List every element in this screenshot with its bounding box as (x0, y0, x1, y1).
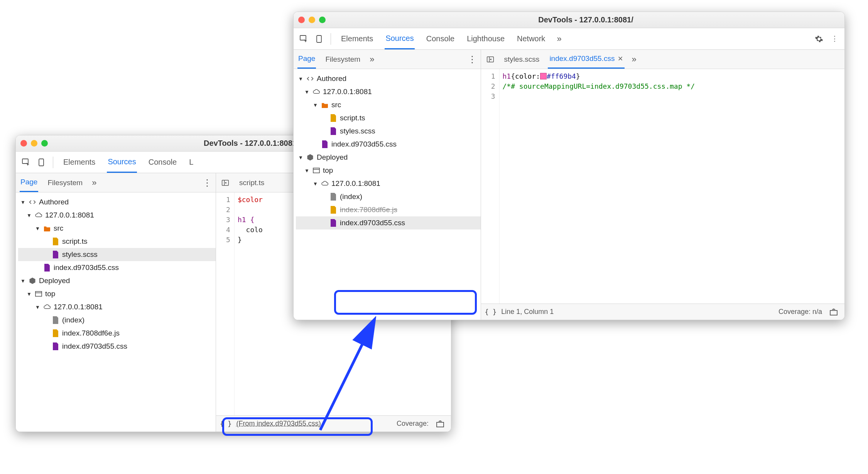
tree-stylesscss[interactable]: styles.scss (296, 125, 481, 138)
zoom-dot[interactable] (319, 17, 326, 23)
tree-indexjs[interactable]: index.7808df6e.js (296, 203, 481, 216)
tree-indexcss2[interactable]: index.d9703d55.css (18, 340, 216, 353)
svg-rect-7 (300, 35, 306, 40)
tree-index[interactable]: (index) (18, 314, 216, 327)
folder-icon (321, 101, 329, 109)
subtab-page[interactable]: Page (297, 50, 316, 69)
braces-icon[interactable]: { } (485, 308, 497, 316)
file-css-icon (51, 342, 60, 351)
panels: Page Filesystem » ⋮ ▼Authored ▼127.0.0.1… (294, 50, 844, 320)
tree-authored[interactable]: ▼Authored (296, 72, 481, 85)
tab-elements[interactable]: Elements (62, 152, 96, 172)
tree-authored[interactable]: ▼Authored (18, 196, 216, 209)
divider (53, 157, 53, 168)
tab-network[interactable]: Network (516, 29, 546, 49)
kebab-icon[interactable]: ⋮ (827, 32, 841, 46)
overflow-icon[interactable]: » (632, 54, 636, 64)
overflow-icon[interactable]: » (557, 34, 561, 44)
box-icon (306, 153, 314, 162)
file-js-icon (51, 329, 60, 337)
close-dot[interactable] (298, 17, 305, 23)
tree-src[interactable]: ▼src (296, 98, 481, 111)
box-icon (28, 277, 37, 285)
tree-top[interactable]: ▼top (296, 164, 481, 177)
file-tabs: styles.scss index.d9703d55.css✕ » (481, 50, 844, 69)
tab-sources[interactable]: Sources (107, 152, 137, 173)
cloud-icon (321, 179, 329, 188)
tab-cutoff[interactable]: L (188, 152, 194, 172)
tree-stylesscss[interactable]: styles.scss (18, 248, 216, 261)
gutter: 1 2 3 4 5 (216, 192, 235, 415)
divider (331, 33, 331, 45)
tree-host2[interactable]: ▼127.0.0.1:8081 (18, 300, 216, 314)
tab-lighthouse[interactable]: Lighthouse (466, 29, 505, 49)
filetab-stylesscss[interactable]: styles.scss (503, 51, 541, 68)
gutter: 1 2 3 (481, 69, 500, 304)
tree-host[interactable]: ▼127.0.0.1:8081 (18, 209, 216, 222)
overflow-icon[interactable]: » (370, 54, 374, 64)
kebab-icon[interactable]: ⋮ (468, 54, 477, 65)
tab-elements[interactable]: Elements (340, 29, 374, 49)
tree-indexcss2[interactable]: index.d9703d55.css (296, 216, 481, 229)
file-js-icon (329, 206, 338, 214)
zoom-dot[interactable] (41, 140, 48, 147)
device-icon[interactable] (312, 32, 326, 46)
tree-deployed[interactable]: ▼Deployed (296, 151, 481, 164)
tab-console[interactable]: Console (148, 152, 177, 172)
tree-scriptts[interactable]: script.ts (18, 235, 216, 248)
code-icon (306, 74, 314, 83)
main-tabs: Elements Sources Console Lighthouse Netw… (336, 29, 811, 49)
device-icon[interactable] (34, 155, 48, 169)
gear-icon[interactable] (812, 32, 826, 46)
folder-icon (43, 224, 51, 233)
file-icon (51, 316, 60, 324)
file-tree: ▼Authored ▼127.0.0.1:8081 ▼src script.ts… (294, 69, 481, 320)
minimize-dot[interactable] (309, 17, 315, 23)
inspect-icon[interactable] (19, 155, 33, 169)
tree-indexcss[interactable]: index.d9703d55.css (18, 261, 216, 274)
close-dot[interactable] (20, 140, 27, 147)
file-scss-icon (51, 250, 60, 259)
file-ts-icon (51, 237, 60, 246)
status-from[interactable]: (From index.d9703d55.css) (236, 420, 321, 428)
tab-console[interactable]: Console (426, 29, 455, 49)
tree-indexcss[interactable]: index.d9703d55.css (296, 138, 481, 151)
kebab-icon[interactable]: ⋮ (203, 177, 212, 188)
subtab-filesystem[interactable]: Filesystem (324, 51, 361, 68)
drawer-icon[interactable] (827, 305, 841, 319)
tree-top[interactable]: ▼top (18, 287, 216, 300)
code-icon (28, 198, 37, 206)
close-icon[interactable]: ✕ (618, 55, 623, 63)
minimize-dot[interactable] (31, 140, 37, 147)
drawer-icon[interactable] (433, 417, 447, 431)
file-ts-icon (329, 114, 338, 122)
tree-host2[interactable]: ▼127.0.0.1:8081 (296, 177, 481, 190)
tab-sources[interactable]: Sources (385, 29, 414, 49)
tree-host[interactable]: ▼127.0.0.1:8081 (296, 85, 481, 98)
filetab-scriptts[interactable]: script.ts (238, 174, 266, 192)
code[interactable]: h1{color:#ff69b4} /*# sourceMappingURL=i… (500, 69, 844, 304)
nav-toggle-icon[interactable] (485, 52, 496, 66)
inspect-icon[interactable] (297, 32, 311, 46)
svg-rect-2 (35, 292, 42, 297)
tree-scriptts[interactable]: script.ts (296, 111, 481, 125)
navigator-tabs: Page Filesystem » ⋮ (294, 50, 481, 69)
nav-toggle-icon[interactable] (220, 176, 231, 190)
overflow-icon[interactable]: » (92, 178, 96, 188)
color-swatch[interactable] (540, 73, 547, 79)
file-css-icon (321, 140, 329, 148)
braces-icon[interactable]: { } (220, 420, 232, 428)
titlebar: DevTools - 127.0.0.1:8081/ (294, 12, 844, 28)
subtab-page[interactable]: Page (20, 173, 38, 192)
tree-index[interactable]: (index) (296, 190, 481, 203)
frame-icon (34, 290, 43, 298)
svg-rect-9 (313, 168, 319, 173)
statusbar: { } (From index.d9703d55.css) Coverage: (216, 415, 451, 432)
tree-deployed[interactable]: ▼Deployed (18, 274, 216, 287)
subtab-filesystem[interactable]: Filesystem (47, 174, 83, 192)
svg-rect-1 (39, 159, 44, 166)
filetab-indexcss[interactable]: index.d9703d55.css✕ (548, 50, 625, 69)
tree-indexjs[interactable]: index.7808df6e.js (18, 327, 216, 340)
tree-src[interactable]: ▼src (18, 222, 216, 235)
frame-icon (312, 166, 321, 175)
